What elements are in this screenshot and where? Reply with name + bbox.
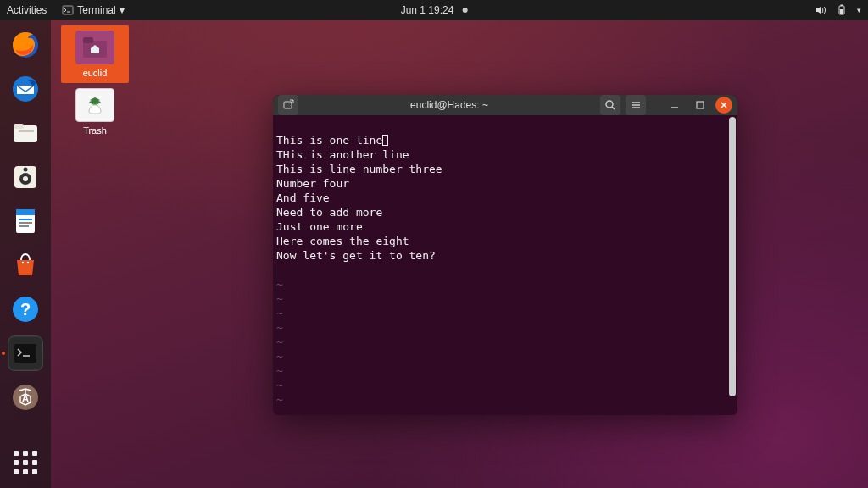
vim-empty-line: ~ <box>276 350 283 363</box>
clock[interactable]: Jun 1 19:24 <box>401 4 468 16</box>
dock: ? A <box>0 20 51 488</box>
dock-thunderbird[interactable] <box>8 71 43 107</box>
svg-rect-8 <box>19 130 34 132</box>
svg-rect-26 <box>83 37 93 43</box>
vim-line: Number four <box>276 177 349 190</box>
vim-empty-line: ~ <box>276 393 283 406</box>
vim-line: Now let's get it to ten? <box>276 249 436 262</box>
desktop[interactable]: euclid Trash euclid@Hades: ~ <box>51 20 868 488</box>
system-tray[interactable]: ▾ <box>815 4 861 16</box>
svg-rect-29 <box>697 102 704 108</box>
desktop-icon-label: euclid <box>61 68 129 78</box>
vim-line: Just one more <box>276 220 363 233</box>
dock-writer[interactable] <box>8 203 43 239</box>
volume-icon <box>815 4 826 16</box>
search-icon <box>604 99 616 111</box>
minimize-button[interactable] <box>665 95 685 115</box>
files-icon <box>10 118 41 148</box>
svg-rect-3 <box>840 9 843 14</box>
vim-empty-line: ~ <box>276 307 283 319</box>
vim-line: This is line number three <box>276 163 442 175</box>
update-icon: A <box>10 382 41 413</box>
firefox-icon <box>10 30 41 60</box>
vim-empty-line: ~ <box>276 364 283 377</box>
app-menu[interactable]: Terminal ▾ <box>62 4 124 16</box>
desktop-trash[interactable]: Trash <box>61 88 129 136</box>
help-icon: ? <box>10 294 41 324</box>
maximize-button[interactable] <box>690 95 710 115</box>
new-tab-icon <box>282 99 294 111</box>
svg-rect-17 <box>19 225 29 227</box>
vim-empty-line: ~ <box>276 292 283 305</box>
text-cursor <box>382 135 388 146</box>
show-applications-button[interactable] <box>10 447 41 478</box>
document-icon <box>10 206 41 236</box>
svg-text:?: ? <box>20 300 31 319</box>
dock-updater[interactable]: A <box>8 380 43 415</box>
vim-line: This is one line <box>276 134 382 147</box>
dock-software[interactable] <box>8 247 43 283</box>
dock-firefox[interactable] <box>8 27 43 63</box>
hamburger-icon <box>630 99 642 111</box>
minimize-icon <box>670 100 680 110</box>
menu-button[interactable] <box>626 95 646 115</box>
vim-empty-line: ~ <box>276 278 283 291</box>
dock-help[interactable]: ? <box>8 291 43 327</box>
svg-rect-0 <box>63 6 73 14</box>
thunderbird-icon <box>10 74 41 104</box>
vim-line: Here comes the eight <box>276 235 409 247</box>
speaker-icon <box>10 162 41 192</box>
window-title: euclid@Hades: ~ <box>303 99 595 111</box>
vim-empty-line: ~ <box>276 336 283 348</box>
svg-rect-7 <box>14 124 24 129</box>
terminal-icon <box>62 4 74 16</box>
svg-point-18 <box>22 262 24 263</box>
dock-rhythmbox[interactable] <box>8 159 43 195</box>
terminal-body[interactable]: This is one line THis is another line Th… <box>273 115 737 415</box>
svg-rect-2 <box>841 5 843 7</box>
vim-line: And five <box>276 191 330 204</box>
svg-rect-15 <box>19 219 32 220</box>
notification-dot-icon <box>462 8 467 13</box>
close-button[interactable] <box>715 97 732 114</box>
chevron-down-icon: ▾ <box>120 4 125 16</box>
top-bar: Activities Terminal ▾ Jun 1 19:24 ▾ <box>0 0 868 20</box>
svg-rect-22 <box>14 344 36 363</box>
home-folder-icon <box>75 30 114 64</box>
svg-point-12 <box>24 168 28 172</box>
app-menu-label: Terminal <box>77 4 115 16</box>
svg-rect-16 <box>19 222 32 224</box>
vim-line: Need to add more <box>276 206 382 219</box>
close-icon <box>720 101 728 109</box>
shopping-bag-icon <box>10 250 41 280</box>
trash-icon <box>75 88 114 122</box>
clock-label: Jun 1 19:24 <box>401 4 454 16</box>
svg-point-11 <box>23 176 28 181</box>
activities-button[interactable]: Activities <box>7 4 47 16</box>
vim-empty-line: ~ <box>276 321 283 334</box>
svg-rect-14 <box>16 209 35 215</box>
maximize-icon <box>695 100 705 110</box>
window-titlebar[interactable]: euclid@Hades: ~ <box>273 95 737 115</box>
terminal-icon <box>14 344 36 363</box>
battery-icon <box>837 4 847 16</box>
svg-text:A: A <box>22 393 29 403</box>
terminal-window: euclid@Hades: ~ This is one line THis is… <box>273 95 737 415</box>
svg-point-19 <box>27 262 29 263</box>
dock-terminal[interactable] <box>8 336 43 371</box>
desktop-home-folder[interactable]: euclid <box>61 25 129 83</box>
dock-files[interactable] <box>8 115 43 151</box>
desktop-icon-label: Trash <box>61 125 129 136</box>
scrollbar[interactable] <box>729 117 736 396</box>
vim-empty-line: ~ <box>276 379 283 391</box>
vim-line: THis is another line <box>276 148 409 161</box>
chevron-down-icon: ▾ <box>857 6 861 14</box>
svg-point-28 <box>606 101 613 108</box>
search-button[interactable] <box>600 95 620 115</box>
new-tab-button[interactable] <box>278 95 298 115</box>
